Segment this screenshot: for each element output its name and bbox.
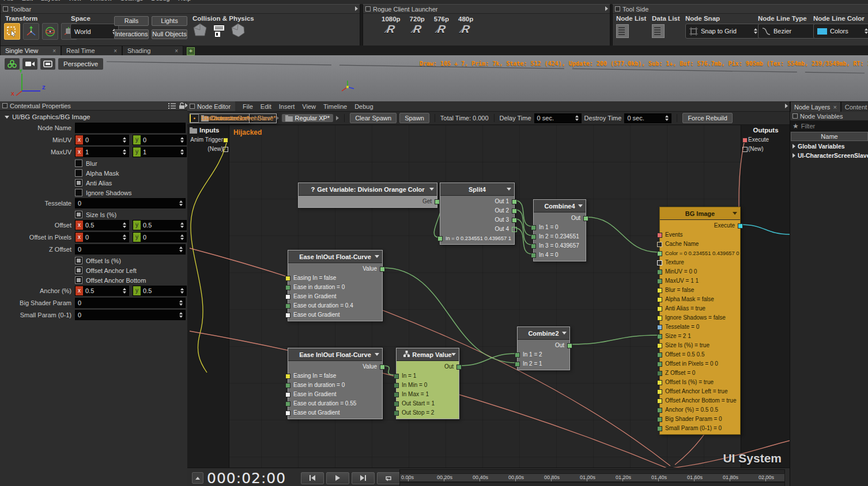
ne-menu-edit[interactable]: Edit (261, 103, 271, 110)
menu-item-view[interactable]: View (68, 0, 82, 2)
spinner-arrows-icon[interactable] (123, 234, 126, 240)
menu-item-debug[interactable]: Debug (151, 0, 169, 2)
rigidbody-mesh-icon[interactable] (231, 23, 246, 39)
r-logo-launch-button-576p[interactable]: R (437, 24, 447, 35)
property-field[interactable]: 0 (75, 310, 186, 320)
node-header[interactable]: ?Get Variable: Division Orange Color (299, 183, 437, 196)
node-variables-header[interactable]: Node Variables (790, 112, 868, 121)
spinner-arrows-icon[interactable] (179, 300, 183, 306)
input-port[interactable] (657, 316, 662, 321)
spinner-arrows-icon[interactable] (180, 137, 184, 143)
spinner-arrows-icon[interactable] (123, 288, 126, 294)
breadcrumb-3[interactable]: Regular XP* (282, 114, 334, 122)
ne-menu-insert[interactable]: Insert (279, 103, 295, 110)
chevron-down-icon[interactable] (578, 204, 583, 207)
checkbox[interactable] (75, 267, 82, 274)
node-line-type-dropdown[interactable]: Bezier (758, 24, 820, 39)
close-tab-icon[interactable]: × (833, 104, 836, 111)
physics-save-icon[interactable] (213, 24, 225, 38)
favorite-filter-icon[interactable]: ★ (792, 122, 799, 130)
timeline-ruler[interactable]: 0.00s00.20s00.40s00.60s00.80s01.00s01.20… (399, 469, 785, 486)
input-port[interactable] (531, 234, 536, 240)
checkbox[interactable] (75, 179, 82, 187)
chevron-down-icon[interactable] (375, 255, 379, 258)
node-split4[interactable]: Split4Out 1Out 2Out 3Out 4In = 0 0.23455… (440, 183, 515, 245)
input-port[interactable] (285, 294, 290, 299)
node-remap[interactable]: Remap ValueOutIn = 1In Min = 0In Max = 1… (396, 348, 459, 419)
checkbox[interactable] (75, 257, 82, 264)
node-line-color-dropdown[interactable]: Colors (813, 24, 868, 39)
input-port[interactable] (657, 242, 662, 247)
tree-item-global-variables[interactable]: Global Variables (790, 142, 868, 151)
node-ease1[interactable]: Ease In\Out Float-CurveValueEasing In = … (288, 250, 383, 321)
input-port[interactable] (657, 288, 662, 293)
ne-menu-view[interactable]: View (302, 103, 316, 110)
input-port[interactable] (657, 251, 662, 256)
r-logo-launch-button-720p[interactable]: R (412, 24, 422, 35)
input-port[interactable] (285, 411, 290, 416)
launcher-panel-header[interactable]: Rogue Client Launcher (363, 5, 610, 14)
spinner-arrows-icon[interactable] (754, 28, 757, 34)
add-view-tab-button[interactable]: + (187, 47, 195, 55)
close-tab-icon[interactable]: × (114, 48, 117, 54)
menu-item-file[interactable]: File (3, 0, 14, 2)
ruler-track[interactable]: 0.00s00.20s00.40s00.60s00.80s01.00s01.20… (399, 473, 785, 482)
spinner-arrows-icon[interactable] (575, 115, 579, 121)
node-graph-canvas[interactable]: Inputs Anim Trigger(New) Outputs Execute… (187, 125, 790, 468)
input-port[interactable] (657, 371, 662, 376)
output-port[interactable] (380, 267, 385, 272)
spinner-arrows-icon[interactable] (865, 28, 868, 34)
input-port[interactable] (657, 306, 662, 312)
input-port[interactable] (285, 392, 290, 397)
chevron-down-icon[interactable] (451, 353, 456, 356)
input-port[interactable] (394, 383, 399, 388)
panel-collapse-icon[interactable] (785, 104, 788, 108)
input-port[interactable] (657, 260, 662, 265)
menu-item-layout[interactable]: Layout (41, 0, 60, 2)
variables-filter-input[interactable]: ★ Filter (790, 121, 868, 131)
menu-item-help[interactable]: Help (178, 0, 191, 2)
chevron-down-icon[interactable] (429, 188, 434, 191)
null-objects-button[interactable]: Null Objects (152, 29, 187, 39)
output-port[interactable] (738, 223, 743, 229)
input-port[interactable] (394, 401, 399, 407)
menu-item-window[interactable]: Window (89, 0, 112, 2)
property-field[interactable]: y0 (133, 232, 187, 242)
toolside-panel-header[interactable]: Tool Side (613, 5, 868, 14)
checkbox[interactable] (75, 160, 82, 167)
input-port[interactable] (394, 411, 399, 416)
view-tab-single-view[interactable]: Single View× (0, 45, 61, 55)
menu-item-settings[interactable]: Settings (120, 0, 144, 2)
view-tab-real-time[interactable]: Real Time× (61, 45, 122, 55)
expand-icon[interactable] (792, 144, 795, 149)
name-column-header[interactable]: Name (791, 132, 868, 141)
skip-to-start-button[interactable] (301, 472, 324, 484)
interactions-button[interactable]: Interactions (114, 29, 149, 39)
property-field[interactable]: y0 (133, 135, 187, 145)
node-snap-dropdown[interactable]: Snap to Grid (685, 24, 760, 39)
input-port[interactable] (657, 408, 662, 413)
node-ease2[interactable]: Ease In\Out Float-CurveValueEasing In = … (288, 348, 383, 419)
chevron-down-icon[interactable] (733, 212, 737, 215)
close-tab-icon[interactable]: × (52, 48, 56, 54)
panel-collapse-icon[interactable] (605, 6, 608, 11)
input-port[interactable] (657, 398, 662, 404)
r-logo-launch-button-1080p[interactable]: R (386, 24, 396, 35)
destroy-time-field[interactable]: 0 sec. (624, 113, 671, 123)
input-port[interactable] (657, 343, 662, 348)
spinner-arrows-icon[interactable] (180, 234, 184, 240)
input-port[interactable] (657, 426, 662, 431)
expand-icon[interactable] (792, 153, 795, 158)
input-port[interactable] (285, 303, 290, 309)
checkbox[interactable] (75, 189, 82, 196)
input-port[interactable] (531, 225, 536, 230)
input-port[interactable] (285, 374, 290, 379)
node-header[interactable]: Remap Value (397, 348, 459, 361)
output-port[interactable] (567, 343, 572, 348)
input-port[interactable] (657, 269, 662, 275)
node-header[interactable]: Combine4 (534, 200, 586, 212)
input-port[interactable] (285, 401, 290, 407)
output-port[interactable] (456, 364, 462, 370)
perspective-button[interactable]: Perspective (58, 58, 103, 70)
property-field[interactable] (75, 123, 186, 133)
